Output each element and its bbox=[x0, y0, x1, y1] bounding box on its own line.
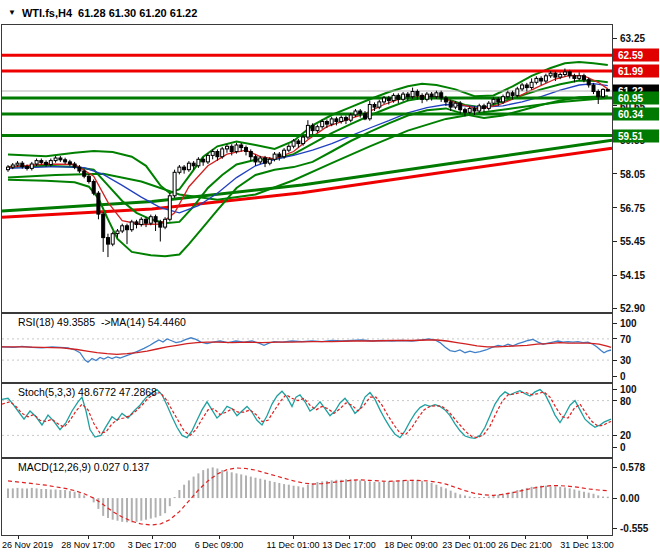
price-level-badge: 61.99 bbox=[613, 64, 659, 77]
price-chart-panel[interactable] bbox=[1, 24, 613, 313]
macd-panel[interactable]: MACD(12,26,9) 0.027 0.137 bbox=[1, 458, 613, 536]
candle-down bbox=[592, 85, 595, 92]
candle-down bbox=[192, 163, 195, 166]
price-level-badge: 60.34 bbox=[613, 107, 659, 120]
candle-down bbox=[240, 145, 243, 148]
candle-down bbox=[440, 93, 443, 98]
candle-up bbox=[487, 103, 490, 108]
time-tick-label: 26 Nov 2019 bbox=[2, 540, 53, 550]
stochastic-label: Stoch(5,3,3) 48.6772 47.2868 bbox=[18, 386, 157, 398]
candle-down bbox=[102, 214, 105, 238]
candle-down bbox=[26, 167, 29, 169]
stochastic-panel[interactable]: Stoch(5,3,3) 48.6772 47.2868 bbox=[1, 383, 613, 458]
candle-down bbox=[554, 73, 557, 77]
candle-up bbox=[321, 122, 324, 127]
candle-up bbox=[206, 155, 209, 162]
time-tick-label: 3 Dec 17:00 bbox=[128, 540, 177, 550]
candle-down bbox=[364, 114, 367, 119]
rsi-panel[interactable]: RSI(18) 49.3585 ->MA(14) 54.4460 bbox=[1, 313, 613, 383]
time-tick-label: 11 Dec 01:00 bbox=[267, 540, 320, 550]
time-axis[interactable]: 26 Nov 201928 Nov 17:003 Dec 17:006 Dec … bbox=[0, 536, 660, 556]
candle-down bbox=[568, 72, 571, 76]
candle-up bbox=[259, 158, 262, 162]
time-tick-label: 18 Dec 09:00 bbox=[384, 540, 438, 550]
candle-up bbox=[316, 127, 319, 131]
candle-up bbox=[116, 231, 119, 234]
candle-up bbox=[30, 164, 33, 168]
candle-down bbox=[497, 99, 500, 102]
time-tick-mark bbox=[349, 536, 350, 539]
candle-down bbox=[183, 167, 186, 170]
rsi-tick-label: 70 bbox=[620, 333, 631, 344]
stoch-d-line bbox=[2, 392, 611, 438]
chart-window: ▼ WTI.fs,H4 61.28 61.30 61.20 61.22 RSI(… bbox=[0, 0, 660, 560]
candle-up bbox=[468, 108, 471, 112]
axis-tick-mark bbox=[613, 528, 617, 529]
price-tick-label: 54.15 bbox=[620, 270, 645, 281]
candle-down bbox=[45, 162, 48, 164]
candle-up bbox=[211, 152, 214, 156]
candle-down bbox=[416, 92, 419, 96]
candle-down bbox=[473, 108, 476, 111]
rsi-ma-line bbox=[2, 340, 611, 354]
candle-down bbox=[449, 102, 452, 107]
candle-down bbox=[264, 158, 267, 163]
candle-down bbox=[525, 85, 528, 88]
candle-up bbox=[478, 106, 481, 111]
symbol-dropdown-arrow-icon[interactable]: ▼ bbox=[8, 8, 16, 18]
candle-down bbox=[40, 161, 43, 163]
axis-tick-mark bbox=[613, 241, 617, 242]
candle-up bbox=[516, 89, 519, 96]
candle-up bbox=[164, 219, 167, 227]
candle-up bbox=[411, 92, 414, 97]
candle-down bbox=[345, 118, 348, 121]
candle-up bbox=[111, 234, 114, 244]
candle-down bbox=[597, 92, 600, 97]
candle-up bbox=[197, 159, 200, 166]
price-tick-label: 58.05 bbox=[620, 168, 645, 179]
candle-down bbox=[83, 171, 86, 176]
candle-up bbox=[178, 167, 181, 172]
candle-down bbox=[325, 122, 328, 125]
axis-tick-mark bbox=[613, 308, 617, 309]
candle-down bbox=[245, 148, 248, 152]
chart-title: ▼ WTI.fs,H4 61.28 61.30 61.20 61.22 bbox=[8, 5, 197, 21]
candle-up bbox=[16, 163, 19, 165]
candle-down bbox=[297, 141, 300, 144]
price-tick-label: 63.25 bbox=[620, 33, 645, 44]
axis-tick-mark bbox=[613, 447, 617, 448]
candle-down bbox=[464, 110, 467, 113]
candle-down bbox=[230, 146, 233, 151]
candle-down bbox=[606, 89, 609, 91]
candle-up bbox=[402, 94, 405, 99]
candle-down bbox=[92, 182, 95, 194]
candle-up bbox=[521, 85, 524, 89]
candle-down bbox=[511, 93, 514, 96]
candle-down bbox=[59, 158, 62, 160]
axis-tick-mark bbox=[613, 207, 617, 208]
axis-tick-mark bbox=[613, 400, 617, 401]
candle-up bbox=[11, 165, 14, 167]
price-level-badge: 62.59 bbox=[613, 49, 659, 62]
candle-up bbox=[354, 111, 357, 115]
rsi-tick-label: 0 bbox=[620, 371, 626, 382]
candle-up bbox=[492, 99, 495, 103]
stoch-tick-label: 0 bbox=[620, 442, 626, 453]
candle-up bbox=[54, 158, 57, 161]
candle-up bbox=[306, 125, 309, 137]
candle-down bbox=[311, 125, 314, 130]
candle-down bbox=[587, 80, 590, 85]
candle-down bbox=[278, 154, 281, 157]
time-tick-label: 6 Dec 09:00 bbox=[195, 540, 244, 550]
price-scale[interactable]: 63.2561.9560.6559.3558.0556.7555.4554.15… bbox=[613, 0, 660, 556]
time-tick-mark bbox=[525, 536, 526, 539]
candle-up bbox=[140, 219, 143, 224]
price-tick-label: 55.45 bbox=[620, 236, 645, 247]
candle-down bbox=[430, 94, 433, 97]
time-tick-mark bbox=[18, 536, 19, 539]
price-chart-canvas bbox=[2, 25, 612, 312]
candle-down bbox=[216, 152, 219, 157]
candle-down bbox=[97, 193, 100, 214]
candle-up bbox=[530, 82, 533, 87]
time-tick-label: 26 Dec 21:00 bbox=[498, 540, 552, 550]
